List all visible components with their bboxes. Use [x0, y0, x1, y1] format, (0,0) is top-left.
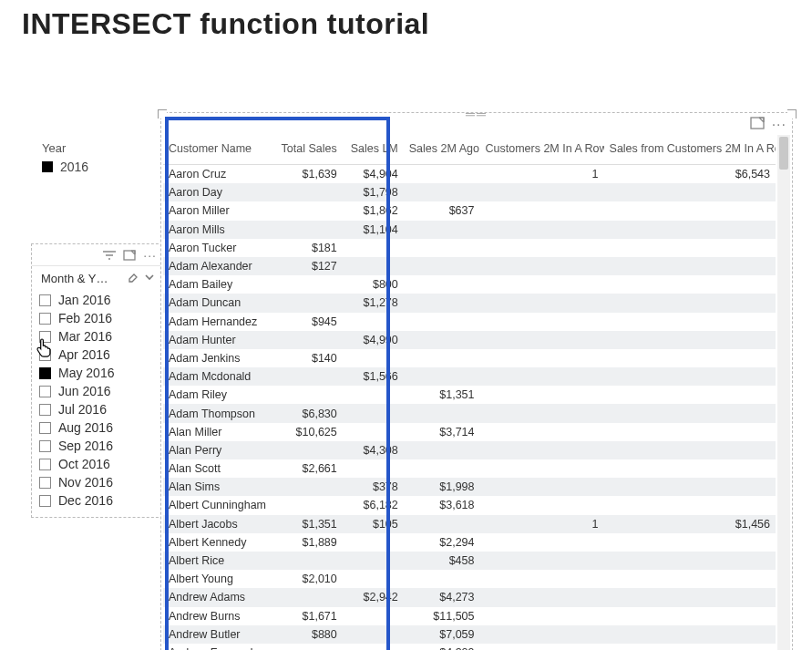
- table-row[interactable]: Adam Jenkins$140: [163, 349, 776, 367]
- cell-cust_2m_row: [479, 183, 603, 201]
- month-item[interactable]: Sep 2016: [39, 437, 157, 455]
- cell-sales_2m: $3,618: [404, 496, 480, 514]
- checkbox-icon[interactable]: [39, 294, 51, 306]
- cell-name: Andrew Burns: [163, 607, 276, 625]
- month-item[interactable]: May 2016: [39, 364, 157, 382]
- cell-sales_lm: [343, 552, 404, 570]
- resize-handle-icon[interactable]: [787, 109, 797, 119]
- table-row[interactable]: Alan Sims$378$1,998: [163, 478, 776, 496]
- slicer-title-row[interactable]: Month & Y…: [32, 266, 162, 289]
- chevron-down-icon[interactable]: [144, 272, 155, 285]
- cell-sales_2m: $7,059: [404, 625, 480, 644]
- checkbox-icon[interactable]: [39, 440, 51, 452]
- month-item[interactable]: Jan 2016: [39, 291, 157, 309]
- more-options-icon[interactable]: ···: [143, 248, 157, 263]
- col-header-sales-2m[interactable]: Sales 2M Ago: [404, 135, 480, 165]
- month-item[interactable]: Aug 2016: [39, 418, 157, 437]
- table-row[interactable]: Andrew Burns$1,671$11,505: [163, 607, 776, 625]
- table-row[interactable]: Aaron Miller$1,862$637: [163, 201, 776, 220]
- checkbox-icon[interactable]: [39, 495, 51, 507]
- table-row[interactable]: Albert Cunningham$6,182$3,618: [163, 496, 776, 514]
- resize-handle-icon[interactable]: [158, 109, 167, 119]
- cell-sales_from_row: [604, 478, 776, 496]
- cell-sales_2m: [404, 459, 480, 478]
- cell-sales_lm: [343, 313, 404, 331]
- focus-mode-icon[interactable]: [750, 117, 765, 133]
- checkbox-icon[interactable]: [39, 349, 51, 361]
- table-row[interactable]: Alan Scott$2,661: [163, 459, 776, 478]
- year-slicer-item[interactable]: 2016: [42, 160, 142, 174]
- checkbox-icon[interactable]: [39, 386, 51, 397]
- table-row[interactable]: Adam Mcdonald$1,566: [163, 367, 776, 386]
- cell-sales_2m: [404, 331, 480, 349]
- cell-name: Albert Kennedy: [163, 533, 276, 552]
- checkbox-icon[interactable]: [39, 313, 51, 325]
- table-row[interactable]: Adam Riley$1,351: [163, 386, 776, 404]
- table-row[interactable]: Aaron Cruz$1,639$4,9041$6,543: [163, 165, 776, 184]
- vertical-scrollbar[interactable]: [777, 135, 790, 650]
- checkbox-checked-icon[interactable]: [39, 367, 51, 379]
- cell-sales_from_row: [604, 275, 776, 294]
- scrollbar-thumb[interactable]: [779, 137, 788, 170]
- cell-cust_2m_row: [479, 625, 603, 644]
- table-row[interactable]: Albert Young$2,010: [163, 570, 776, 588]
- month-item[interactable]: Mar 2016: [39, 327, 157, 346]
- month-item[interactable]: Oct 2016: [39, 455, 157, 473]
- table-row[interactable]: Aaron Day$1,798: [163, 183, 776, 201]
- table-row[interactable]: Albert Kennedy$1,889$2,294: [163, 533, 776, 552]
- table-row[interactable]: Aaron Mills$1,104: [163, 221, 776, 239]
- col-header-sales-lm[interactable]: Sales LM: [343, 135, 404, 165]
- table-row[interactable]: Adam Duncan$1,278: [163, 294, 776, 312]
- table-row[interactable]: Andrew Fernandez$4,329: [163, 644, 776, 650]
- cell-name: Andrew Butler: [163, 625, 276, 644]
- focus-mode-icon[interactable]: [123, 250, 136, 261]
- checkbox-icon[interactable]: [39, 422, 51, 434]
- month-item[interactable]: Jun 2016: [39, 382, 157, 400]
- col-header-cust-2m-row[interactable]: Customers 2M In A Row: [479, 135, 603, 165]
- month-item[interactable]: Dec 2016: [39, 491, 157, 510]
- table-row[interactable]: Albert Rice$458: [163, 552, 776, 570]
- table-row[interactable]: Albert Jacobs$1,351$1051$1,456: [163, 515, 776, 533]
- cell-cust_2m_row: [479, 367, 603, 386]
- checkbox-icon[interactable]: [39, 459, 51, 470]
- table-row[interactable]: Alan Miller$10,625$3,714: [163, 423, 776, 441]
- table-row[interactable]: Aaron Tucker$181: [163, 239, 776, 257]
- svg-rect-1: [751, 118, 764, 129]
- table-row[interactable]: Adam Hernandez$945: [163, 313, 776, 331]
- cell-name: Albert Rice: [163, 552, 276, 570]
- cell-sales_2m: [404, 183, 480, 201]
- cell-total_sales: $1,889: [276, 533, 343, 552]
- cell-sales_lm: $1,798: [343, 183, 404, 201]
- cell-total_sales: $1,351: [276, 515, 343, 533]
- col-header-total-sales[interactable]: Total Sales: [276, 135, 343, 165]
- table-row[interactable]: Adam Bailey$800: [163, 275, 776, 294]
- drag-handle-icon[interactable]: ══: [458, 111, 495, 117]
- clear-icon[interactable]: [127, 271, 139, 285]
- table-row[interactable]: Adam Alexander$127: [163, 257, 776, 275]
- cell-sales_2m: [404, 349, 480, 367]
- table-row[interactable]: Andrew Butler$880$7,059: [163, 625, 776, 644]
- month-item[interactable]: Feb 2016: [39, 309, 157, 327]
- month-item[interactable]: Apr 2016: [39, 346, 157, 364]
- month-item[interactable]: Nov 2016: [39, 473, 157, 491]
- col-header-sales-from-row[interactable]: Sales from Customers 2M In A Row: [604, 135, 776, 165]
- table-row[interactable]: Adam Thompson$6,830: [163, 404, 776, 422]
- cell-sales_2m: $4,273: [404, 588, 480, 606]
- cell-total_sales: [276, 331, 343, 349]
- cell-total_sales: [276, 644, 343, 650]
- cell-cust_2m_row: [479, 294, 603, 312]
- checkbox-icon[interactable]: [39, 331, 51, 343]
- table-row[interactable]: Alan Perry$4,308: [163, 441, 776, 459]
- checkbox-icon[interactable]: [39, 477, 51, 489]
- cell-sales_from_row: [604, 570, 776, 588]
- table-row[interactable]: Adam Hunter$4,990: [163, 331, 776, 349]
- cell-total_sales: [276, 478, 343, 496]
- month-item[interactable]: Jul 2016: [39, 400, 157, 418]
- filter-icon[interactable]: [103, 251, 116, 260]
- table-row[interactable]: Andrew Adams$2,942$4,273: [163, 588, 776, 606]
- col-header-name[interactable]: Customer Name: [163, 135, 276, 165]
- cell-name: Alan Miller: [163, 423, 276, 441]
- checkbox-icon[interactable]: [39, 404, 51, 416]
- more-options-icon[interactable]: ···: [772, 117, 786, 133]
- cell-sales_lm: [343, 349, 404, 367]
